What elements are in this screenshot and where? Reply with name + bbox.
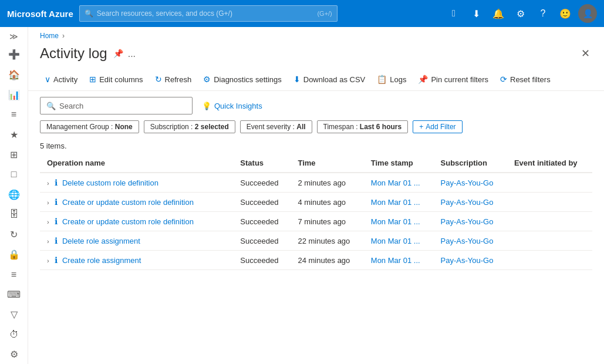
diagnostics-button[interactable]: ⚙ Diagnostics settings — [198, 72, 286, 87]
search-box-icon: 🔍 — [46, 102, 56, 110]
sidebar-item-sql[interactable]: 🗄 — [2, 205, 26, 224]
reset-icon: ⟳ — [500, 75, 507, 84]
operation-name-link[interactable]: Create or update custom role definition — [62, 198, 194, 207]
sidebar-item-deploy[interactable]: ▽ — [2, 305, 26, 324]
table-row[interactable]: › ℹ Create or update custom role definit… — [40, 212, 592, 231]
cell-operation: › ℹ Create or update custom role definit… — [40, 212, 233, 231]
sidebar-expand-btn[interactable]: ≫ — [2, 29, 26, 44]
sidebar-item-devops[interactable]: ⌨ — [2, 285, 26, 304]
timespan-filter[interactable]: Timespan : Last 6 hours — [317, 120, 409, 133]
operation-name-link[interactable]: Create role assignment — [62, 256, 141, 265]
feedback-icon[interactable]: 🙂 — [556, 4, 575, 23]
sidebar-item-all-services[interactable]: ≡ — [2, 105, 26, 124]
cell-time: 7 minutes ago — [291, 212, 363, 231]
subscription-link[interactable]: Pay-As-You-Go — [441, 256, 494, 265]
table-row[interactable]: › ℹ Delete custom role definition Succee… — [40, 173, 592, 193]
columns-icon: ⊞ — [89, 75, 96, 84]
subscription-link[interactable]: Pay-As-You-Go — [441, 217, 494, 226]
top-navigation: Microsoft Azure 🔍 Search resources, serv… — [0, 0, 604, 27]
sidebar-item-dashboard[interactable]: 📊 — [2, 85, 26, 104]
more-icon[interactable]: ... — [128, 49, 136, 59]
cell-status: Succeeded — [233, 231, 291, 251]
sidebar-item-refresh[interactable]: ↻ — [2, 225, 26, 244]
cell-operation: › ℹ Create role assignment — [40, 251, 233, 270]
sidebar-item-resource[interactable]: □ — [2, 165, 26, 184]
sidebar-item-settings[interactable]: ⚙ — [2, 345, 26, 364]
refresh-button[interactable]: ↻ Refresh — [150, 72, 197, 87]
info-icon: ℹ — [55, 217, 58, 226]
row-expand-icon[interactable]: › — [47, 180, 49, 187]
cell-timestamp: Mon Mar 01 ... — [364, 212, 434, 231]
info-icon: ℹ — [55, 236, 58, 245]
cell-time: 24 minutes ago — [291, 251, 363, 270]
timestamp-link[interactable]: Mon Mar 01 ... — [371, 217, 420, 226]
timestamp-link[interactable]: Mon Mar 01 ... — [371, 256, 420, 265]
help-icon[interactable]: ? — [534, 4, 552, 23]
cell-timestamp: Mon Mar 01 ... — [364, 173, 434, 193]
cloud-shell-icon[interactable]:  — [444, 4, 463, 23]
event-severity-filter[interactable]: Event severity : All — [240, 120, 312, 133]
sidebar-item-monitor[interactable]: ⏱ — [2, 325, 26, 344]
row-expand-icon[interactable]: › — [47, 199, 49, 206]
cell-subscription: Pay-As-You-Go — [434, 173, 507, 193]
cell-timestamp: Mon Mar 01 ... — [364, 193, 434, 212]
logs-button[interactable]: 📋 Logs — [372, 72, 411, 87]
lightbulb-icon: 💡 — [202, 102, 211, 110]
col-status: Status — [233, 154, 291, 173]
timestamp-link[interactable]: Mon Mar 01 ... — [371, 178, 420, 187]
sidebar-item-network[interactable]: 🌐 — [2, 185, 26, 204]
cell-initiated-by — [507, 231, 592, 251]
activity-button[interactable]: ∨ Activity — [40, 72, 82, 87]
sidebar-item-list[interactable]: ≡ — [2, 265, 26, 284]
bell-icon[interactable]: 🔔 — [489, 4, 508, 23]
operation-name-link[interactable]: Create or update custom role definition — [62, 217, 194, 226]
sidebar-item-grid[interactable]: ⊞ — [2, 145, 26, 164]
avatar[interactable]: 👤 — [578, 4, 597, 23]
edit-columns-button[interactable]: ⊞ Edit columns — [85, 72, 147, 87]
add-filter-button[interactable]: + Add Filter — [413, 120, 462, 133]
quick-insights-button[interactable]: 💡 Quick Insights — [197, 99, 267, 113]
row-expand-icon[interactable]: › — [47, 218, 49, 225]
operation-name-link[interactable]: Delete custom role definition — [62, 178, 158, 187]
pin-icon[interactable]: 📌 — [113, 49, 123, 59]
search-box[interactable]: 🔍 Search — [40, 97, 193, 114]
timestamp-link[interactable]: Mon Mar 01 ... — [371, 198, 420, 207]
sidebar-item-create[interactable]: ➕ — [2, 45, 26, 64]
subscription-link[interactable]: Pay-As-You-Go — [441, 178, 494, 187]
row-expand-icon[interactable]: › — [47, 257, 49, 264]
sidebar-item-favorites[interactable]: ★ — [2, 125, 26, 144]
table-row[interactable]: › ℹ Delete role assignment Succeeded 22 … — [40, 231, 592, 251]
cell-time: 22 minutes ago — [291, 231, 363, 251]
breadcrumb-home[interactable]: Home — [40, 32, 59, 40]
cell-initiated-by — [507, 193, 592, 212]
cell-status: Succeeded — [233, 212, 291, 231]
row-expand-icon[interactable]: › — [47, 238, 49, 245]
table-row[interactable]: › ℹ Create or update custom role definit… — [40, 193, 592, 212]
sidebar-item-home[interactable]: 🏠 — [2, 65, 26, 84]
subscription-link[interactable]: Pay-As-You-Go — [441, 198, 494, 207]
subscription-filter[interactable]: Subscription : 2 selected — [144, 120, 235, 133]
global-search[interactable]: 🔍 Search resources, services, and docs (… — [79, 5, 338, 22]
reset-filters-button[interactable]: ⟳ Reset filters — [495, 72, 555, 87]
subscription-link[interactable]: Pay-As-You-Go — [441, 237, 494, 245]
activity-chevron-icon: ∨ — [45, 75, 50, 84]
close-button[interactable]: ✕ — [579, 45, 592, 62]
table-row[interactable]: › ℹ Create role assignment Succeeded 24 … — [40, 251, 592, 270]
sidebar: ≫ ➕ 🏠 📊 ≡ ★ ⊞ □ 🌐 🗄 ↻ 🔒 ≡ ⌨ ▽ ⏱ ⚙ — [0, 27, 28, 364]
download-csv-button[interactable]: ⬇ Download as CSV — [289, 72, 370, 87]
cell-status: Succeeded — [233, 173, 291, 193]
sidebar-item-security[interactable]: 🔒 — [2, 245, 26, 264]
col-timestamp: Time stamp — [364, 154, 434, 173]
info-icon: ℹ — [55, 178, 58, 187]
timestamp-link[interactable]: Mon Mar 01 ... — [371, 237, 420, 245]
refresh-icon: ↻ — [155, 75, 162, 84]
settings-icon[interactable]: ⚙ — [511, 4, 530, 23]
diagnostics-icon: ⚙ — [203, 75, 211, 84]
pin-filters-button[interactable]: 📌 Pin current filters — [413, 72, 493, 87]
search-shortcut: (G+/) — [317, 10, 332, 17]
logs-icon: 📋 — [377, 75, 387, 84]
management-group-filter[interactable]: Management Group : None — [40, 120, 139, 133]
notifications-icon[interactable]: ⬇ — [467, 4, 485, 23]
table-header-row: Operation name Status Time Time stamp Su… — [40, 154, 592, 173]
operation-name-link[interactable]: Delete role assignment — [62, 237, 140, 245]
